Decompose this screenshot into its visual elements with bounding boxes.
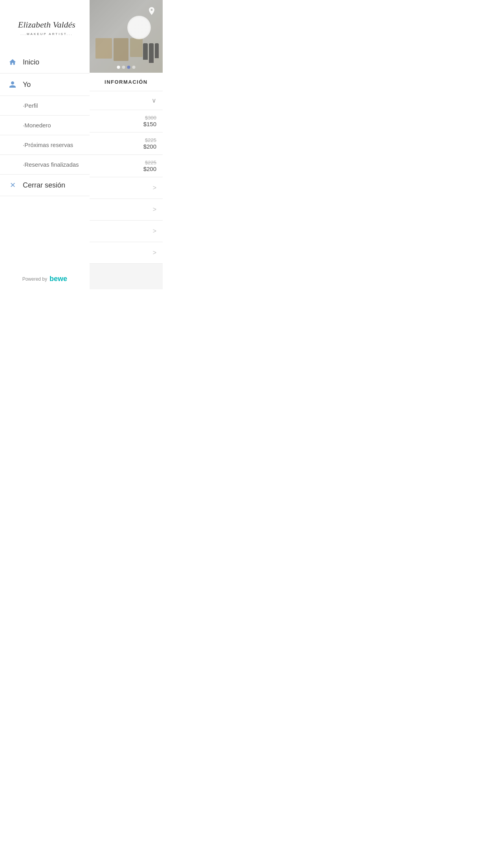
dot-3 xyxy=(127,66,130,69)
sidebar-item-yo[interactable]: Yo xyxy=(0,74,90,96)
arrow-row-1[interactable]: > xyxy=(90,177,163,199)
bewe-logo: bewe xyxy=(50,275,67,283)
sidebar-item-proximas-reservas[interactable]: ·Próximas reservas xyxy=(0,135,90,155)
dots-indicator xyxy=(117,66,135,69)
location-pin-icon xyxy=(147,6,156,18)
dropdown-row[interactable]: ∨ xyxy=(90,91,163,110)
person-svg xyxy=(9,81,17,88)
box-1 xyxy=(95,38,112,59)
box-3 xyxy=(130,38,143,57)
arrow-row-2[interactable]: > xyxy=(90,199,163,221)
sidebar: Elizabeth Valdés ...MAKEUP ARTIST... Ini… xyxy=(0,0,90,289)
x-icon: ✕ xyxy=(8,181,17,189)
dot-4 xyxy=(132,66,135,69)
price-row-3: $225 $200 xyxy=(90,155,163,177)
monedero-label: ·Monedero xyxy=(23,122,51,129)
sidebar-item-reservas-finalizadas[interactable]: ·Reservas finalizadas xyxy=(0,155,90,175)
bottle-1 xyxy=(143,43,148,60)
logout-button[interactable]: ✕ Cerrar sesión xyxy=(0,175,90,196)
price-original-3: $225 xyxy=(96,160,156,166)
inicio-label: Inicio xyxy=(23,58,39,66)
info-header: INFORMACIÓN xyxy=(90,73,163,91)
person-icon xyxy=(8,80,17,89)
chevron-right-icon-1: > xyxy=(153,184,156,191)
light-orb xyxy=(127,16,151,39)
house-svg xyxy=(9,58,17,66)
bottle-2 xyxy=(149,43,154,63)
perfil-label: ·Perfil xyxy=(23,102,38,109)
sidebar-item-perfil[interactable]: ·Perfil xyxy=(0,96,90,116)
dot-2 xyxy=(122,66,125,69)
powered-by-section: Powered by bewe xyxy=(0,267,90,289)
info-title: INFORMACIÓN xyxy=(105,79,148,85)
house-icon xyxy=(8,57,17,67)
app-container: Elizabeth Valdés ...MAKEUP ARTIST... Ini… xyxy=(0,0,163,289)
price-current-1: $150 xyxy=(96,121,156,127)
price-original-1: $300 xyxy=(96,115,156,121)
dot-1 xyxy=(117,66,120,69)
bottle-3 xyxy=(155,43,159,58)
info-section: INFORMACIÓN ∨ $300 $150 $225 $200 $225 $… xyxy=(90,73,163,264)
powered-text: Powered by xyxy=(22,276,47,282)
price-row-2: $225 $200 xyxy=(90,132,163,155)
logo-subtitle: ...MAKEUP ARTIST... xyxy=(18,32,75,36)
logo-main: Elizabeth Valdés xyxy=(18,19,75,31)
reservas-finalizadas-label: ·Reservas finalizadas xyxy=(23,161,79,168)
hero-image xyxy=(90,0,163,73)
pin-svg xyxy=(147,6,156,16)
price-current-2: $200 xyxy=(96,143,156,150)
right-panel: INFORMACIÓN ∨ $300 $150 $225 $200 $225 $… xyxy=(90,0,163,289)
chevron-down-icon: ∨ xyxy=(152,97,156,104)
chevron-right-icon-4: > xyxy=(153,249,156,256)
sidebar-item-monedero[interactable]: ·Monedero xyxy=(0,116,90,135)
chevron-right-icon-2: > xyxy=(153,206,156,213)
hero-boxes xyxy=(95,38,143,61)
arrow-row-3[interactable]: > xyxy=(90,221,163,242)
chevron-right-icon-3: > xyxy=(153,228,156,235)
logo-area: Elizabeth Valdés ...MAKEUP ARTIST... xyxy=(0,0,90,51)
price-current-3: $200 xyxy=(96,166,156,172)
yo-label: Yo xyxy=(23,81,31,89)
hero-bottles xyxy=(143,43,159,63)
sidebar-item-inicio[interactable]: Inicio xyxy=(0,51,90,74)
proximas-reservas-label: ·Próximas reservas xyxy=(23,142,73,148)
price-row-1: $300 $150 xyxy=(90,110,163,132)
price-original-2: $225 xyxy=(96,137,156,143)
box-2 xyxy=(114,38,128,61)
arrow-row-4[interactable]: > xyxy=(90,242,163,264)
logout-label: Cerrar sesión xyxy=(23,181,65,189)
